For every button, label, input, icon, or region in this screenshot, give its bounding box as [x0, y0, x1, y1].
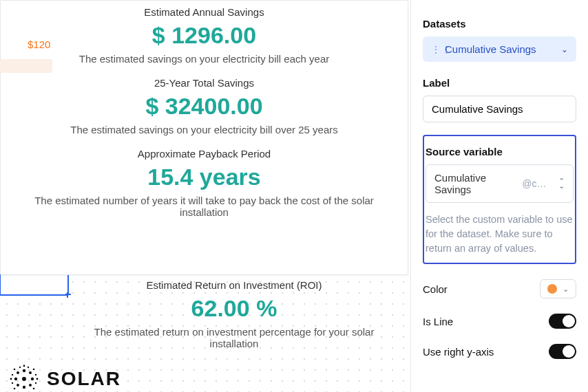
svg-point-21 [35, 382, 36, 384]
stat-payback: Approximate Payback Period 15.4 years Th… [14, 148, 394, 218]
right-axis-toggle[interactable] [549, 344, 576, 359]
svg-point-7 [17, 384, 19, 386]
stat-title: Approximate Payback Period [14, 148, 394, 160]
color-swatch-icon [547, 284, 557, 294]
label-heading: Label [423, 77, 576, 89]
source-variable-select[interactable]: Cumulative Savings @cu… ⌃⌄ [426, 164, 574, 203]
svg-point-11 [36, 378, 39, 380]
dataset-item-label: Cumulative Savings [445, 43, 536, 55]
is-line-label: Is Line [423, 316, 453, 327]
source-variable-selected: Cumulative Savings [434, 172, 516, 195]
svg-point-13 [33, 369, 35, 371]
svg-point-6 [29, 371, 32, 374]
svg-point-15 [33, 388, 35, 390]
svg-point-1 [23, 369, 25, 372]
label-input[interactable] [423, 96, 576, 122]
source-variable-help: Select the custom variable to use for th… [426, 213, 574, 256]
svg-point-9 [23, 365, 25, 367]
price-chip [0, 59, 52, 73]
select-chevrons-icon: ⌃⌄ [558, 179, 565, 188]
dataset-item[interactable]: ⋮⋮ Cumulative Savings ⌄ [423, 36, 576, 62]
svg-point-10 [10, 378, 12, 380]
color-picker-button[interactable]: ⌄ [540, 279, 576, 298]
svg-point-12 [14, 369, 16, 371]
svg-point-14 [14, 388, 16, 390]
stat-value: 15.4 years [14, 164, 394, 190]
stat-value: $ 1296.00 [14, 22, 394, 49]
chevron-down-icon: ⌄ [563, 285, 569, 294]
svg-point-18 [12, 374, 13, 375]
svg-point-17 [28, 367, 29, 368]
price-label: $120 [28, 39, 50, 50]
stat-title: Estimated Annual Savings [14, 6, 394, 18]
stat-desc: The estimated savings on your electricit… [14, 53, 394, 65]
source-variable-heading: Source variable [426, 146, 575, 157]
svg-point-5 [17, 371, 19, 374]
stat-annual-savings: Estimated Annual Savings $ 1296.00 The e… [14, 6, 394, 65]
grip-icon: ⋮⋮ [431, 47, 438, 52]
stat-value: $ 32400.00 [14, 93, 394, 120]
stat-title: 25-Year Total Savings [14, 77, 394, 89]
color-label: Color [423, 283, 448, 295]
logo-mark-icon [8, 363, 40, 392]
is-line-toggle[interactable] [549, 314, 576, 329]
stat-desc: The estimated savings on your electricit… [14, 124, 394, 135]
stat-roi: Estimated Return on Investment (ROI) 62.… [69, 278, 399, 362]
svg-point-4 [31, 378, 34, 380]
svg-point-16 [19, 367, 21, 368]
source-variable-meta: @cu… [522, 178, 549, 189]
logo: SOLAR [8, 363, 121, 392]
logo-text: SOLAR [47, 368, 121, 390]
source-variable-section: Source variable Cumulative Savings @cu… … [423, 135, 576, 264]
chevron-down-icon: ⌄ [561, 45, 568, 54]
svg-point-2 [23, 386, 25, 389]
svg-point-8 [29, 384, 32, 386]
stat-title: Estimated Return on Investment (ROI) [69, 279, 399, 291]
svg-point-19 [12, 382, 13, 384]
stats-card: Estimated Annual Savings $ 1296.00 The e… [0, 0, 408, 275]
stat-25yr-savings: 25-Year Total Savings $ 32400.00 The est… [14, 77, 394, 135]
stat-desc: The estimated number of years it will ta… [14, 195, 394, 218]
svg-point-0 [22, 377, 26, 381]
stat-value: 62.00 % [69, 295, 399, 322]
datasets-heading: Datasets [423, 18, 576, 30]
svg-point-3 [14, 378, 17, 380]
svg-point-20 [35, 374, 36, 375]
properties-panel: Datasets ⋮⋮ Cumulative Savings ⌄ Label S… [410, 0, 588, 392]
stat-desc: The estimated return on investment perce… [69, 326, 399, 349]
right-axis-label: Use right y-axis [423, 346, 494, 358]
